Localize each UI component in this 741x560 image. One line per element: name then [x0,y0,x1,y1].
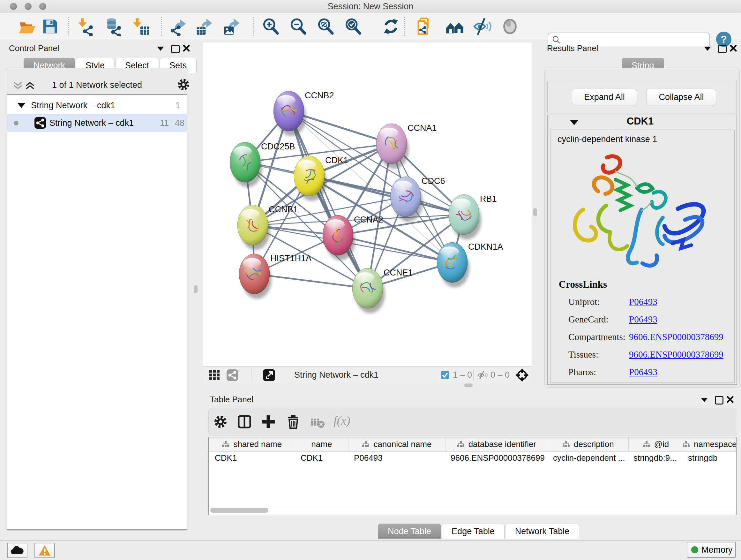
delete-table-icon[interactable] [310,416,325,429]
panel-float-icon[interactable] [718,45,727,53]
network-node-CCNB2[interactable] [273,91,306,136]
network-node-CDC6[interactable] [390,177,423,222]
cloud-button[interactable] [7,543,27,558]
zoom-in-icon[interactable] [261,17,280,36]
export-network-icon[interactable] [169,17,188,36]
crosslink-label: Tissues: [568,349,598,360]
gear-icon[interactable] [213,414,228,429]
memory-button[interactable]: Memory [687,542,736,558]
panel-menu-icon[interactable] [704,47,711,51]
folder-open-icon[interactable] [17,17,37,36]
function-icon[interactable]: f(x) [333,414,350,428]
column-header-shared-name[interactable]: shared name [209,437,295,451]
share-icon[interactable] [226,369,239,381]
table-cell[interactable]: cyclin-dependent ... [547,451,628,464]
grid-icon[interactable] [208,369,220,381]
collapse-all-icon[interactable] [12,81,23,90]
panel-close-icon[interactable] [730,44,737,52]
node-label-CCNB2: CCNB2 [305,91,334,100]
network-node-CCNB1[interactable] [238,205,270,250]
horizontal-scrollbar[interactable] [209,506,736,515]
network-row-selected[interactable]: String Network – cdk1 11 48 [7,114,187,132]
network-collection-row[interactable]: String Network – cdk1 1 [7,97,187,114]
table-cell[interactable]: CDK1 [295,451,348,464]
panel-float-icon[interactable] [171,45,180,53]
toolbar-separator [68,17,69,36]
scrollbar-thumb[interactable] [210,508,268,513]
column-header-@id[interactable]: @id [629,437,684,451]
eye-icon[interactable] [500,17,520,36]
crosslink-value[interactable]: P06493 [629,297,657,307]
splitter-handle[interactable] [464,383,473,387]
column-label: description [574,439,614,449]
network-node-CCNA2[interactable] [323,215,355,260]
tab-edge-table[interactable]: Edge Table [442,523,504,539]
panel-float-icon[interactable] [715,396,724,405]
crosslink-value[interactable]: P06493 [629,314,657,325]
save-disk-icon[interactable] [41,17,60,36]
document-share-icon[interactable] [415,17,434,36]
tab-node-table[interactable]: Node Table [378,523,441,539]
refresh-icon[interactable] [381,17,401,36]
delete-column-icon[interactable] [286,414,301,429]
expand-all-icon[interactable] [24,81,36,90]
crosslink-value[interactable]: 9606.ENSP00000378699 [629,332,724,342]
zoom-selected-icon[interactable] [343,17,362,36]
table-cell[interactable]: P06493 [348,451,445,464]
warning-button[interactable] [35,543,55,558]
network-canvas[interactable]: CCNB2CCNA1CDC25BCDK1CDC6RB1CCNB1CCNA2CDK… [203,43,532,366]
cloud-icon [10,545,24,556]
expand-all-button[interactable]: Expand All [572,89,637,105]
zoom-fit-icon[interactable] [316,17,335,36]
network-node-RB1[interactable] [449,194,481,240]
network-node-HIST1H1A[interactable] [239,254,272,299]
network-node-CCNE1[interactable] [352,268,385,313]
table-panel-tabs: Node TableEdge TableNetwork Table [378,523,580,539]
gene-description: cyclin-dependent kinase 1 [557,134,657,144]
add-column-icon[interactable] [261,414,276,429]
eye-slash-icon[interactable] [473,17,492,36]
import-database-icon[interactable] [104,17,123,36]
crosshair-icon[interactable] [515,368,529,382]
tree-expander-icon[interactable] [17,103,25,108]
table-cell[interactable]: 9606.ENSP00000378699 [445,451,547,464]
network-node-CDKN1A[interactable] [437,242,469,287]
splitter-handle[interactable] [533,208,537,216]
external-link-icon[interactable] [263,369,275,381]
table-row[interactable]: CDK1CDK1P064939606.ENSP00000378699cyclin… [209,451,736,464]
crosslink-value[interactable]: P06493 [629,367,657,377]
splitter-handle[interactable] [194,285,198,294]
split-columns-icon[interactable] [237,414,252,429]
section-expander-icon[interactable] [570,120,578,125]
column-label: database identifier [468,439,536,449]
tab-network-table[interactable]: Network Table [505,523,580,539]
column-header-namespace[interactable]: namespace [683,437,736,451]
table-cell[interactable]: stringdb [682,451,735,464]
column-header-name[interactable]: name [295,437,349,451]
gear-icon[interactable] [177,78,191,91]
houses-icon[interactable] [445,17,464,36]
panel-menu-icon[interactable] [157,47,164,51]
network-tree: String Network – cdk1 1 String Network –… [7,94,187,530]
export-table-icon[interactable] [195,17,214,36]
node-label-CDC25B: CDC25B [261,142,295,151]
table-cell[interactable]: CDK1 [209,451,295,464]
node-label-CCNA2: CCNA2 [354,215,383,225]
column-header-database-identifier[interactable]: database identifier [446,437,548,451]
zoom-out-icon[interactable] [288,17,308,36]
column-header-description[interactable]: description [548,437,629,451]
column-header-canonical-name[interactable]: canonical name [348,437,445,451]
panel-menu-icon[interactable] [701,398,708,402]
eye-slash-icon[interactable] [477,371,488,380]
export-image-icon[interactable] [222,17,241,36]
table-cell[interactable]: stringdb:9... [628,451,682,464]
import-network-icon[interactable] [77,17,96,36]
title-bar: Session: New Session [0,0,741,13]
import-table-icon[interactable] [131,17,151,36]
crosslink-value[interactable]: 9606.ENSP00000378699 [629,349,724,360]
network-view-title: String Network – cdk1 [294,367,379,383]
panel-close-icon[interactable] [726,395,734,403]
panel-close-icon[interactable] [183,44,190,52]
collapse-all-button[interactable]: Collapse All [647,89,716,105]
selected-checkbox[interactable] [441,371,449,379]
